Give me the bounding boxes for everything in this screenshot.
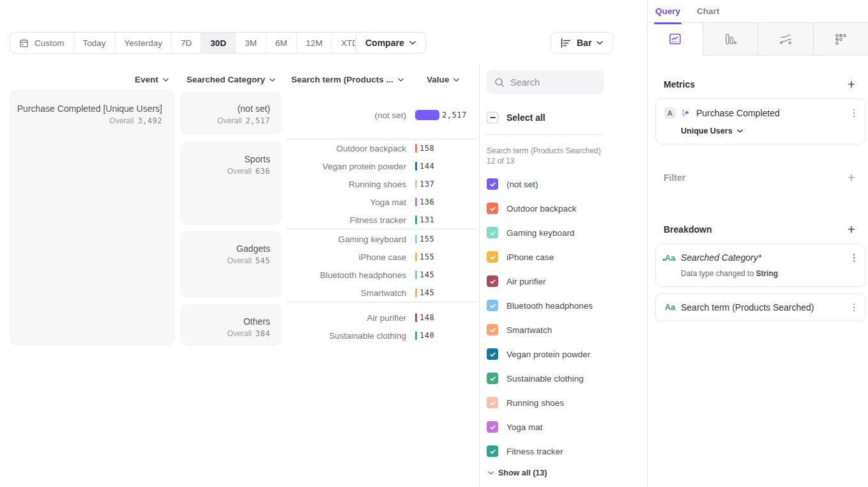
kebab-menu-icon[interactable] [851, 252, 858, 263]
column-header-category[interactable]: Searched Category [187, 75, 275, 84]
legend-item[interactable]: Bluetooth headphones [487, 293, 643, 318]
select-all-control[interactable]: Select all [487, 110, 545, 125]
date-range-yesterday[interactable]: Yesterday [116, 33, 172, 53]
legend-item[interactable]: iPhone case [487, 245, 643, 269]
legend-item[interactable]: Smartwatch [487, 318, 643, 342]
measure-dropdown[interactable]: Unique Users [681, 127, 857, 135]
category-overall: Overall384 [180, 329, 270, 338]
legend-item-label: Smartwatch [506, 325, 552, 335]
category-name: Gadgets [180, 244, 270, 254]
date-range-control[interactable]: CustomTodayYesterday7D30D3M6M12MXTD [10, 32, 379, 54]
category-name: Others [180, 316, 270, 327]
legend-item[interactable]: Running shoes [487, 390, 643, 415]
checkbox-checked-icon[interactable] [487, 227, 498, 238]
legend-item[interactable]: Outdoor backpack [487, 196, 643, 220]
legend-item[interactable]: Vegan protein powder [487, 342, 643, 366]
term-value: 158 [415, 144, 476, 153]
checkbox-checked-icon[interactable] [487, 421, 498, 433]
term-row: Yoga mat136 [286, 193, 476, 211]
chevron-down-icon [488, 471, 494, 475]
legend-item-label: Air purifier [506, 277, 546, 286]
insights-icon [668, 32, 682, 46]
report-tab-retention[interactable] [813, 23, 868, 56]
category-name: (not set) [180, 104, 270, 114]
term-value: 155 [415, 235, 476, 244]
report-tab-insights[interactable] [648, 23, 703, 56]
checkbox-indeterminate-icon[interactable] [487, 112, 498, 123]
funnels-icon [723, 32, 737, 46]
kebab-menu-icon[interactable] [851, 302, 858, 313]
tab-chart[interactable]: Chart [697, 0, 719, 23]
date-range-today[interactable]: Today [74, 33, 116, 53]
column-header-term[interactable]: Search term (Products ... [291, 75, 404, 84]
term-label: Air purifier [286, 313, 415, 323]
value-number: 158 [420, 144, 434, 153]
string-property-icon: Aa [664, 302, 676, 312]
column-header-event[interactable]: Event [135, 75, 169, 84]
legend-item-label: Yoga mat [506, 422, 543, 432]
header-label: Event [135, 75, 158, 84]
report-tab-flows[interactable] [758, 23, 813, 56]
date-range-label: 12M [306, 38, 323, 48]
date-range-label: 3M [245, 38, 257, 48]
legend-search[interactable] [487, 70, 604, 94]
checkbox-checked-icon[interactable] [487, 445, 498, 457]
checkbox-checked-icon[interactable] [487, 275, 498, 287]
legend-item[interactable]: Gaming keyboard [487, 220, 643, 245]
category-cell: GadgetsOverall545 [180, 231, 282, 298]
legend-item[interactable]: (not set) [487, 172, 643, 196]
add-breakdown-button[interactable]: + [844, 221, 859, 237]
checkbox-checked-icon[interactable] [487, 373, 498, 384]
date-range-label: Yesterday [125, 38, 163, 48]
check-icon [489, 181, 496, 188]
compare-label: Compare [365, 38, 404, 48]
value-bar [415, 180, 417, 189]
checkbox-checked-icon[interactable] [487, 300, 498, 311]
show-all-link[interactable]: Show all (13) [488, 468, 547, 477]
checkbox-checked-icon[interactable] [487, 397, 498, 408]
date-range-7d[interactable]: 7D [172, 33, 201, 53]
query-panel-tabs: Query Chart [648, 0, 868, 23]
category-overall: Overall545 [180, 256, 270, 265]
term-row: iPhone case155 [286, 248, 476, 266]
breakdown-card[interactable]: Aa*Searched Category*Data type changed t… [655, 244, 865, 287]
report-tab-funnels[interactable] [703, 23, 758, 56]
value-number: 144 [420, 162, 434, 171]
check-icon [489, 424, 496, 431]
checkbox-checked-icon[interactable] [487, 178, 498, 190]
calendar-icon [19, 38, 29, 48]
check-icon [489, 399, 496, 406]
legend-item[interactable]: Air purifier [487, 269, 643, 293]
add-metric-button[interactable]: + [844, 76, 859, 92]
metric-card[interactable]: A Purchase Completed Unique Users [655, 98, 865, 144]
breakdown-title: Searched Category* [681, 252, 846, 263]
legend-item[interactable]: Sustainable clothing [487, 366, 643, 390]
checkbox-checked-icon[interactable] [487, 251, 498, 263]
compare-button[interactable]: Compare [355, 32, 426, 54]
column-header-value[interactable]: Value [427, 75, 459, 84]
legend-item[interactable]: Yoga mat [487, 415, 643, 439]
date-range-6m[interactable]: 6M [266, 33, 297, 53]
checkbox-checked-icon[interactable] [487, 203, 498, 214]
chevron-down-icon [270, 78, 275, 82]
term-label: Running shoes [286, 180, 415, 189]
category-column: (not set)Overall2,517SportsOverall636Gad… [180, 91, 282, 347]
tab-query[interactable]: Query [655, 0, 680, 23]
date-range-12m[interactable]: 12M [297, 33, 332, 53]
chart-type-button[interactable]: Bar [551, 32, 613, 54]
checkbox-checked-icon[interactable] [487, 324, 498, 336]
breakdown-card[interactable]: AaSearch term (Products Searched) [655, 293, 865, 322]
term-label: Fitness tracker [286, 215, 415, 225]
legend-group-label: Search term (Products Searched) 12 of 13 [487, 146, 608, 166]
add-filter-button[interactable]: + [844, 169, 859, 185]
legend-item[interactable]: Fitness tracker [487, 439, 643, 463]
search-input[interactable] [510, 77, 597, 88]
metrics-section-header: Metrics + [664, 76, 859, 92]
date-range-custom[interactable]: Custom [10, 33, 74, 53]
date-range-30d[interactable]: 30D [201, 33, 236, 53]
chevron-down-icon [453, 78, 459, 82]
checkbox-checked-icon[interactable] [487, 348, 498, 360]
kebab-menu-icon[interactable] [851, 108, 858, 119]
check-icon [489, 278, 496, 285]
date-range-3m[interactable]: 3M [236, 33, 266, 53]
